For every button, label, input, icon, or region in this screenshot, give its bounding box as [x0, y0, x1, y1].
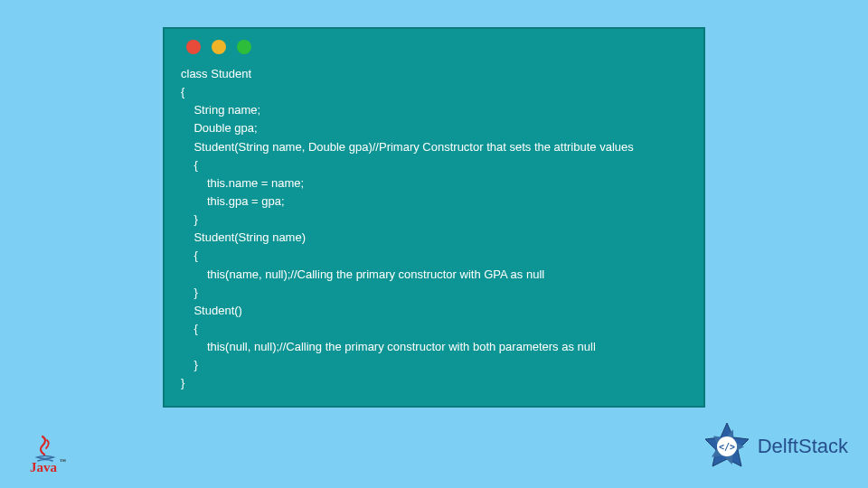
close-icon: [186, 40, 201, 54]
maximize-icon: [237, 40, 251, 54]
java-logo: Java ™: [22, 421, 65, 475]
delftstack-text: DelftStack: [758, 435, 848, 458]
java-text: Java: [30, 460, 57, 474]
java-steam-icon: [33, 435, 53, 458]
delftstack-star-icon: </>: [702, 421, 752, 472]
delftstack-logo: </> DelftStack: [702, 421, 848, 472]
java-logo-text: Java ™: [30, 460, 57, 475]
code-glyph-icon: </>: [719, 442, 735, 452]
code-window: class Student { String name; Double gpa;…: [163, 27, 705, 408]
java-trademark: ™: [60, 458, 66, 465]
traffic-lights: [181, 40, 687, 54]
minimize-icon: [212, 40, 226, 54]
code-content: class Student { String name; Double gpa;…: [181, 65, 687, 393]
